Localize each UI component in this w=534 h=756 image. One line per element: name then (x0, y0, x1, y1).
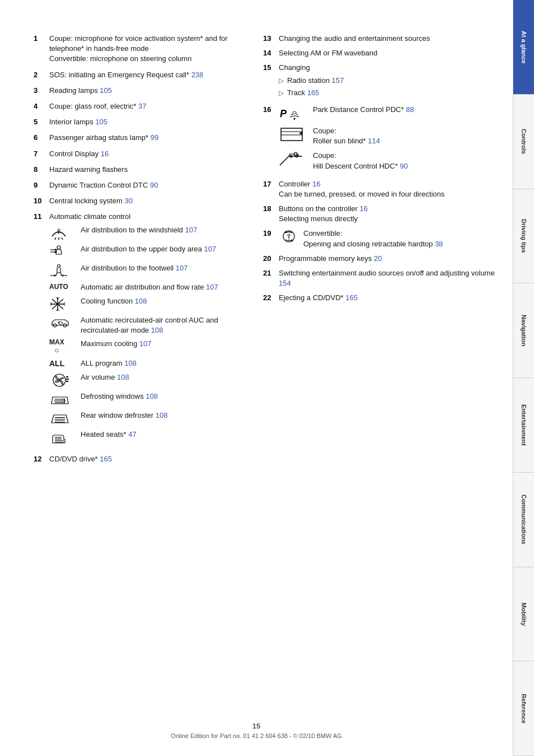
svg-line-11 (60, 273, 62, 276)
main-content: 1 Coupe: microphone for voice activation… (0, 0, 513, 756)
svg-line-10 (56, 273, 57, 276)
svg-line-1 (55, 237, 56, 240)
page-number: 15 (0, 722, 513, 730)
sub-item-footwell: Air distribution to the footwell 107 (49, 263, 246, 279)
list-item: 10 Central locking system 30 (34, 196, 246, 206)
sub-item-all: ALL ALL program 108 (49, 358, 246, 370)
right-column: 13 Changing the audio and entertainment … (263, 34, 496, 470)
sidebar-tab-reference[interactable]: Reference (513, 661, 534, 756)
arrow-icon: ▷ (279, 88, 284, 98)
list-item-14: 14 Selecting AM or FM waveband (263, 48, 496, 58)
convertible-top-icon (279, 228, 299, 244)
sub-item-pdc: P P (279, 105, 496, 122)
list-item: 2 SOS: initiating an Emergency Request c… (34, 70, 246, 80)
cooling-icon (49, 296, 66, 312)
list-item-20: 20 Programmable memory keys 20 (263, 254, 496, 264)
content-columns: 1 Coupe: microphone for voice activation… (34, 34, 496, 470)
defrost-windows-icon (49, 391, 71, 407)
sub-item-hdc: Coupe: Hill Descent Control HDC* 90 (279, 151, 496, 171)
climate-sub-items: Air distribution to the windshield 107 (49, 225, 246, 445)
air-volume-icon (49, 372, 69, 388)
footwell-icon (49, 263, 68, 279)
auc-icon (49, 315, 72, 331)
list-item-15: 15 Changing ▷ Radio station 157 ▷ Track … (263, 63, 496, 100)
sub-item-auc: Automatic recirculated-air control AUC a… (49, 315, 246, 335)
list-item-17: 17 Controller 16 Can be turned, pressed,… (263, 179, 496, 199)
sub-item-auto: AUTO Automatic air distribution and flow… (49, 282, 246, 292)
sidebar-tab-communications[interactable]: Communications (513, 473, 534, 567)
arrow-icon: ▷ (279, 76, 284, 86)
list-item: 11 Automatic climate control (34, 212, 246, 449)
hdc-icon (279, 151, 305, 167)
all-label: ALL (49, 358, 64, 370)
sidebar-tab-entertainment[interactable]: Entertainment (513, 378, 534, 473)
roller-sun-icon (279, 126, 305, 143)
upper-body-icon (49, 244, 68, 260)
list-item-19: 19 (263, 228, 496, 249)
sub-item-heated-seats: Heated seats* 47 (49, 430, 246, 445)
list-item: 6 Passenger airbag status lamp* 99 (34, 133, 246, 143)
svg-rect-51 (281, 128, 302, 141)
list-item: 5 Interior lamps 105 (34, 117, 246, 127)
sub-item-max: MAX ○ Maximum cooling 107 (49, 339, 246, 355)
sub-item-defrost: Defrosting windows 108 (49, 391, 246, 407)
svg-marker-54 (299, 132, 302, 135)
list-item: 7 Control Display 16 (34, 149, 246, 159)
list-item-21: 21 Switching entertainment audio sources… (263, 268, 496, 288)
sub-item-air-volume: Air volume 108 (49, 372, 246, 388)
svg-marker-40 (64, 400, 65, 402)
page-container: 1 Coupe: microphone for voice activation… (0, 0, 534, 756)
pdc-icon: P (279, 105, 305, 122)
sub-item-roller-sun: Coupe: Roller sun blind* 114 (279, 126, 496, 146)
sub-item-cooling: Cooling function 108 (49, 296, 246, 312)
left-column: 1 Coupe: microphone for voice activation… (34, 34, 246, 470)
list-item-16: 16 P (263, 105, 496, 175)
list-item-22: 22 Ejecting a CD/DVD* 165 (263, 293, 496, 303)
sub-item-windshield: Air distribution to the windshield 107 (49, 225, 246, 241)
rear-defroster-icon (49, 410, 71, 426)
svg-line-2 (62, 237, 63, 240)
list-item: 8 Hazard warning flashers (34, 165, 246, 175)
svg-text:P: P (280, 108, 287, 119)
sidebar-tab-controls[interactable]: Controls (513, 95, 534, 189)
list-item: 1 Coupe: microphone for voice activation… (34, 34, 246, 64)
svg-point-4 (57, 246, 60, 249)
list-item-13: 13 Changing the audio and entertainment … (263, 34, 496, 44)
heated-seats-icon (49, 430, 69, 445)
svg-point-3 (58, 229, 60, 231)
svg-marker-50 (293, 118, 296, 120)
list-item: 4 Coupe: glass roof, electric* 37 (34, 101, 246, 111)
list-item: 9 Dynamic Traction Control DTC 90 (34, 180, 246, 190)
sidebar-tab-at-a-glance[interactable]: At a glance (513, 0, 534, 95)
sub-item-rear-defroster: Rear window defroster 108 (49, 410, 246, 426)
sub-item-upper-body: Air distribution to the upper body area … (49, 244, 246, 260)
sidebar-tab-driving-tips[interactable]: Driving tips (513, 189, 534, 284)
list-item: 3 Reading lamps 105 (34, 86, 246, 96)
svg-point-61 (288, 234, 290, 236)
auto-label: AUTO (49, 282, 68, 292)
list-item-12: 12 CD/DVD drive* 165 (34, 454, 246, 464)
sidebar: At a glance Controls Driving tips Naviga… (513, 0, 534, 756)
list-item-18: 18 Buttons on the controller 16 Selectin… (263, 204, 496, 224)
svg-point-9 (58, 265, 60, 268)
sidebar-tab-mobility[interactable]: Mobility (513, 567, 534, 662)
sidebar-tab-navigation[interactable]: Navigation (513, 283, 534, 378)
footer-text: Online Edition for Part no. 01 41 2 604 … (0, 732, 513, 739)
windshield-icon (49, 225, 68, 241)
page-footer: 15 Online Edition for Part no. 01 41 2 6… (0, 722, 513, 739)
